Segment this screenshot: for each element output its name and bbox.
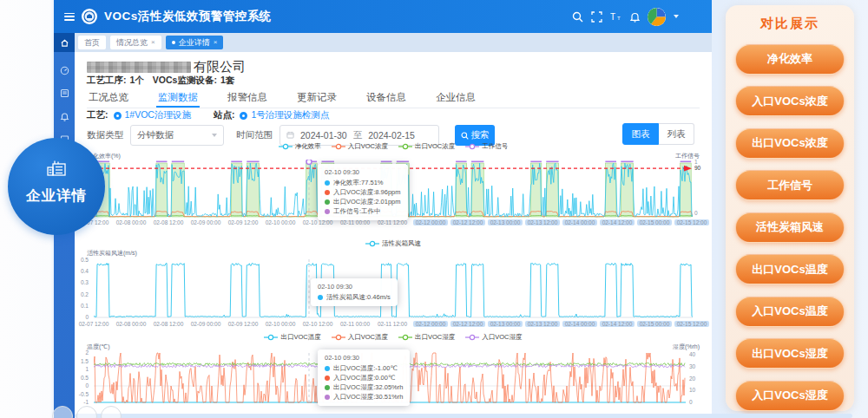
bottom-scroll-band[interactable]: [75, 414, 852, 418]
enterprise-detail-badge[interactable]: 企业详情: [8, 138, 105, 235]
craft-option[interactable]: 1#VOC治理设施: [125, 109, 191, 121]
tooltip-value: 出口VOC温度:-1.00℃: [333, 363, 398, 373]
tooltip-value: 入口VOC湿度:30.51%rh: [333, 392, 403, 402]
axis-tick-label: -0.5: [66, 391, 89, 397]
axis-tick-label: 02-15 12:00: [674, 321, 709, 327]
temperature-humidity-chart-tooltip: 02-10 09:30出口VOC温度:-1.00℃入口VOC温度:0.00℃出口…: [318, 349, 410, 406]
alarm-icon[interactable]: [60, 109, 69, 119]
tab-4[interactable]: 更新记录: [295, 88, 339, 108]
tab-1[interactable]: 工况总览: [87, 88, 130, 108]
axis-tick-label: 02-08 12:00: [152, 321, 185, 327]
time-range-label: 时间范围: [236, 129, 273, 141]
device-label: VOCs监测设备:: [153, 75, 217, 85]
legend-item[interactable]: 出口VOC浓度: [398, 142, 455, 151]
site-label: 站点:: [214, 109, 235, 121]
y-axis-name: 活性炭箱风速(m/s): [87, 249, 137, 258]
axis-tick-label: 02-15 12:00: [674, 219, 709, 225]
dashboard-icon[interactable]: [60, 63, 69, 73]
sidebar-item-home-active[interactable]: [54, 33, 75, 52]
notification-icon[interactable]: [628, 10, 641, 23]
craft-label: 工艺:: [87, 109, 108, 121]
search-icon[interactable]: [571, 10, 584, 23]
date-to-value[interactable]: 2024-02-15: [368, 130, 415, 140]
craft-site-row: 工艺: 1#VOC治理设施 站点: 1号治理设施检测点: [87, 109, 352, 121]
compare-button[interactable]: 活性炭箱风速: [735, 212, 845, 243]
data-type-label: 数据类型: [87, 129, 123, 141]
legend-item[interactable]: 入口VOC温度: [332, 333, 388, 342]
axis-tick-label: 02-13 00:00: [488, 219, 523, 225]
compare-button[interactable]: 出口VOCs温度: [735, 254, 845, 284]
axis-tick-label: 0.5: [66, 375, 89, 381]
axis-tick-label: 02-13 12:00: [525, 219, 560, 225]
legend-item[interactable]: 入口VOC浓度: [332, 142, 388, 151]
tab-2[interactable]: 监测数据: [156, 88, 200, 108]
axis-tick-label: 40: [689, 351, 695, 357]
site-option[interactable]: 1号治理设施检测点: [251, 109, 329, 121]
close-icon[interactable]: ×: [214, 36, 218, 49]
menu-toggle-icon[interactable]: [64, 13, 75, 21]
legend-item[interactable]: 净化效率: [279, 142, 321, 151]
tab-6[interactable]: 企业信息: [434, 88, 477, 108]
tooltip-row: 出口VOC湿度:32.05%rh: [325, 382, 403, 392]
axis-tick-label: 90: [694, 165, 700, 171]
legend-item[interactable]: 工作信号: [465, 142, 508, 151]
axis-tick-label: 0.5: [66, 257, 89, 263]
axis-tick-label: 02-11 12:00: [376, 219, 409, 225]
axis-tick-label: 02-11 12:00: [376, 321, 409, 327]
tooltip-row: 净化效率:77.51%: [325, 178, 401, 187]
legend-item[interactable]: 出口VOC温度: [264, 333, 320, 342]
process-label: 工艺工序:: [87, 75, 127, 85]
svg-text:T: T: [610, 12, 615, 22]
legend-label: 出口VOC浓度: [415, 142, 455, 151]
legend-item[interactable]: 活性炭箱风速: [365, 239, 421, 248]
compare-button[interactable]: 入口VOCs浓度: [735, 86, 845, 116]
series-dot-icon: [325, 190, 330, 195]
device-value: 1套: [220, 75, 234, 85]
y-axis-name: 温度(℃): [87, 343, 110, 351]
app-title: VOCs活性炭低效预警管控系统: [104, 9, 272, 24]
axis-tick-label: 02-12 12:00: [450, 321, 485, 327]
axis-tick-label: 1.5: [66, 358, 89, 364]
series-dot-icon: [325, 199, 330, 205]
compare-button[interactable]: 入口VOCs温度: [735, 297, 845, 327]
tooltip-row: 入口VOC温度:0.00℃: [325, 373, 403, 382]
calendar-icon: [286, 130, 294, 140]
user-avatar[interactable]: [648, 8, 666, 26]
avatar-caret-icon[interactable]: [674, 15, 679, 18]
close-icon[interactable]: ×: [151, 36, 155, 49]
tab-5[interactable]: 设备信息: [365, 88, 408, 108]
breadcrumb: 首页情况总览×企业详情×: [75, 33, 712, 52]
date-from-value[interactable]: 2024-01-30: [300, 130, 347, 140]
legend-item[interactable]: 出口VOC湿度: [398, 333, 455, 342]
factory-icon: [45, 159, 68, 181]
tooltip-row: 出口VOC温度:-1.00℃: [325, 363, 403, 373]
legend-item[interactable]: 入口VOC湿度: [465, 333, 522, 342]
active-tab-dot-icon: [172, 41, 175, 44]
breadcrumb-tab[interactable]: 情况总览×: [110, 36, 161, 49]
site-radio[interactable]: [240, 112, 247, 120]
compare-button[interactable]: 入口VOCs湿度: [735, 381, 845, 411]
compare-button[interactable]: 出口VOCs湿度: [735, 338, 845, 369]
axis-tick-label: 0: [689, 399, 693, 405]
fullscreen-icon[interactable]: [590, 10, 603, 23]
legend-label: 活性炭箱风速: [382, 239, 421, 248]
legend-marker-icon: [398, 143, 412, 150]
series-dot-icon: [325, 395, 330, 400]
axis-tick-label: 0: [66, 382, 89, 389]
compare-button[interactable]: 出口VOCs浓度: [735, 128, 845, 159]
document-icon[interactable]: [60, 86, 69, 95]
font-size-icon[interactable]: TT: [609, 10, 622, 23]
legend-marker-icon: [332, 334, 345, 341]
axis-tick-label: 30: [689, 363, 695, 369]
company-name: 有限公司: [87, 59, 246, 75]
breadcrumb-tab[interactable]: 首页: [78, 36, 106, 49]
breadcrumb-tab[interactable]: 企业详情×: [166, 36, 224, 49]
axis-tick-label: 02-10 00:00: [264, 219, 297, 225]
data-type-value: 分钟数据: [137, 129, 174, 141]
compare-button[interactable]: 工作信号: [735, 170, 845, 200]
series-dot-icon: [325, 180, 330, 186]
tab-3[interactable]: 报警信息: [226, 88, 269, 108]
compare-button[interactable]: 净化效率: [735, 44, 845, 75]
craft-radio[interactable]: [114, 112, 122, 120]
axis-tick-label: 02-13 00:00: [488, 321, 523, 327]
